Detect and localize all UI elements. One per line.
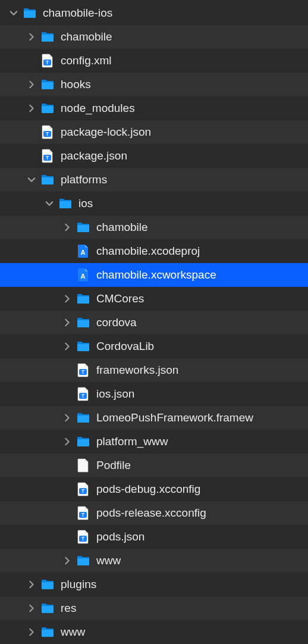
- chevron-right-icon[interactable]: [61, 340, 74, 353]
- json-file-icon: T: [76, 482, 90, 496]
- chevron-down-icon[interactable]: [43, 197, 56, 210]
- tree-row-pods-release-xcconfig[interactable]: Tpods-release.xcconfig: [0, 501, 308, 525]
- tree-row-res[interactable]: res: [0, 596, 308, 620]
- json-file-icon: T: [40, 149, 55, 163]
- disclosure-spacer: [61, 387, 74, 401]
- file-tree: chamobile-ioschamobileTconfig.xmlhooksno…: [0, 0, 308, 644]
- tree-item-label: package-lock.json: [61, 126, 308, 139]
- json-file-icon: T: [40, 125, 55, 139]
- tree-item-label: pods-release.xcconfig: [96, 507, 308, 520]
- svg-text:T: T: [46, 155, 49, 161]
- tree-row-platforms[interactable]: platforms: [0, 168, 308, 192]
- disclosure-spacer: [61, 507, 74, 520]
- disclosure-spacer: [61, 268, 74, 282]
- chevron-right-icon[interactable]: [25, 102, 38, 115]
- chevron-right-icon[interactable]: [61, 435, 74, 448]
- folder-icon: [40, 173, 55, 187]
- folder-icon: [76, 292, 90, 306]
- tree-item-label: hooks: [61, 78, 308, 91]
- disclosure-spacer: [61, 459, 74, 472]
- tree-row-pods-json[interactable]: Tpods.json: [0, 525, 308, 549]
- chevron-right-icon[interactable]: [25, 30, 38, 43]
- tree-row-chamobile-xcworkspace[interactable]: Achamobile.xcworkspace: [0, 263, 308, 287]
- xcode-project-icon: A: [76, 244, 90, 258]
- folder-icon: [76, 434, 90, 449]
- chevron-right-icon[interactable]: [25, 578, 38, 591]
- svg-text:T: T: [46, 60, 49, 65]
- tree-item-label: plugins: [61, 578, 308, 591]
- chevron-right-icon[interactable]: [61, 221, 74, 234]
- tree-item-label: frameworks.json: [96, 364, 308, 377]
- chevron-right-icon[interactable]: [61, 292, 74, 305]
- xcode-project-icon: A: [76, 268, 90, 282]
- tree-item-label: CordovaLib: [96, 340, 308, 353]
- chevron-right-icon[interactable]: [61, 411, 74, 424]
- tree-row-config-xml[interactable]: Tconfig.xml: [0, 49, 308, 73]
- tree-item-label: ios.json: [96, 387, 308, 401]
- tree-item-label: res: [61, 602, 308, 615]
- folder-icon: [76, 315, 90, 330]
- disclosure-spacer: [61, 483, 74, 496]
- tree-item-label: www: [96, 554, 308, 567]
- json-file-icon: T: [76, 363, 90, 377]
- tree-item-label: Podfile: [96, 459, 308, 472]
- disclosure-spacer: [61, 245, 74, 258]
- folder-icon: [40, 625, 55, 639]
- tree-item-label: pods.json: [96, 530, 308, 543]
- disclosure-spacer: [61, 530, 74, 543]
- tree-item-label: LomeoPushFramework.framew: [96, 411, 308, 424]
- tree-row-ios[interactable]: ios: [0, 192, 308, 215]
- tree-row-platform-www[interactable]: platform_www: [0, 430, 308, 454]
- tree-row-package-lock-json[interactable]: Tpackage-lock.json: [0, 120, 308, 144]
- tree-item-label: ios: [78, 197, 308, 210]
- tree-row-pods-debug-xcconfig[interactable]: Tpods-debug.xcconfig: [0, 477, 308, 501]
- tree-row-plugins[interactable]: plugins: [0, 573, 308, 596]
- json-file-icon: T: [76, 530, 90, 544]
- tree-row-podfile[interactable]: Podfile: [0, 454, 308, 477]
- svg-text:T: T: [81, 393, 85, 399]
- disclosure-spacer: [25, 126, 38, 139]
- svg-text:T: T: [81, 369, 85, 375]
- tree-row-chamobile-xcodeproj[interactable]: Achamobile.xcodeproj: [0, 239, 308, 263]
- disclosure-spacer: [61, 364, 74, 377]
- tree-row-node-modules[interactable]: node_modules: [0, 96, 308, 120]
- tree-row-www[interactable]: www: [0, 620, 308, 644]
- tree-item-label: chamobile.xcworkspace: [96, 268, 308, 282]
- chevron-right-icon[interactable]: [61, 316, 74, 329]
- tree-row-lomeopushframework-framew[interactable]: LomeoPushFramework.framew: [0, 406, 308, 430]
- folder-icon: [40, 101, 55, 115]
- folder-icon: [76, 411, 90, 425]
- tree-item-label: chamobile: [96, 221, 308, 234]
- folder-icon: [76, 220, 90, 235]
- tree-row-ios-json[interactable]: Tios.json: [0, 382, 308, 406]
- tree-row-package-json[interactable]: Tpackage.json: [0, 144, 308, 168]
- tree-row-chamobile[interactable]: chamobile: [0, 215, 308, 239]
- chevron-down-icon[interactable]: [7, 7, 20, 20]
- chevron-right-icon[interactable]: [61, 554, 74, 567]
- svg-text:T: T: [81, 512, 85, 518]
- chevron-right-icon[interactable]: [25, 602, 38, 615]
- tree-row-cordovalib[interactable]: CordovaLib: [0, 334, 308, 358]
- disclosure-spacer: [25, 54, 38, 67]
- tree-item-label: chamobile: [61, 30, 308, 43]
- tree-row-cmcores[interactable]: CMCores: [0, 287, 308, 311]
- tree-item-label: pods-debug.xcconfig: [96, 483, 308, 496]
- tree-row-www[interactable]: www: [0, 549, 308, 573]
- tree-row-chamobile[interactable]: chamobile: [0, 25, 308, 49]
- tree-row-cordova[interactable]: cordova: [0, 311, 308, 334]
- tree-item-label: chamobile-ios: [43, 7, 308, 20]
- tree-item-label: chamobile.xcodeproj: [96, 245, 308, 258]
- tree-item-label: package.json: [61, 149, 308, 162]
- chevron-right-icon[interactable]: [25, 78, 38, 91]
- tree-item-label: CMCores: [96, 292, 308, 305]
- tree-item-label: config.xml: [61, 54, 308, 67]
- tree-row-chamobile-ios[interactable]: chamobile-ios: [0, 1, 308, 25]
- json-file-icon: T: [76, 387, 90, 401]
- chevron-right-icon[interactable]: [25, 626, 38, 639]
- tree-row-hooks[interactable]: hooks: [0, 73, 308, 96]
- chevron-down-icon[interactable]: [25, 173, 38, 186]
- folder-icon: [76, 554, 90, 568]
- folder-icon: [23, 6, 37, 20]
- tree-row-frameworks-json[interactable]: Tframeworks.json: [0, 358, 308, 382]
- tree-item-label: platform_www: [96, 435, 308, 448]
